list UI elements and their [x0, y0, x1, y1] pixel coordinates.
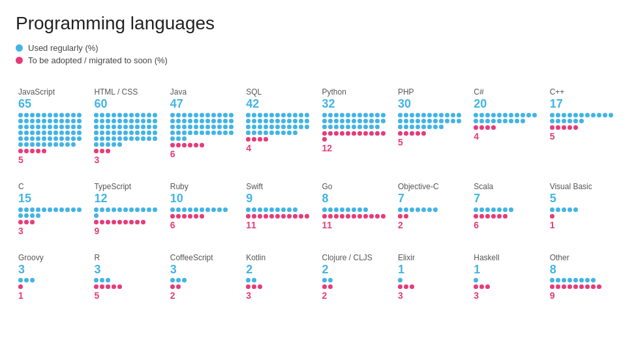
dot-blue-dot: [65, 136, 70, 141]
dots-dot-pink: [170, 214, 235, 219]
lang-block-java: Java476: [168, 83, 241, 172]
dot-pink-dot: [375, 214, 380, 219]
dot-pink-dot: [322, 284, 327, 289]
dot-blue-dot: [36, 207, 40, 212]
pink-count: 6: [170, 220, 238, 230]
dot-blue-dot: [479, 119, 484, 123]
dot-blue-dot: [562, 119, 566, 123]
dot-pink-dot: [117, 220, 122, 224]
dot-pink-dot: [129, 220, 134, 224]
lang-block-php: PHP305: [395, 83, 468, 172]
blue-count: 1: [398, 264, 466, 277]
lang-block-haskell: Haskell13: [471, 249, 544, 308]
dot-blue-dot: [94, 278, 98, 282]
dot-blue-dot: [194, 119, 198, 123]
dot-blue-dot: [479, 113, 484, 117]
dot-blue-dot: [112, 119, 116, 123]
dot-blue-dot: [352, 207, 356, 212]
blue-dot-icon: [16, 44, 23, 52]
dot-pink-dot: [340, 214, 344, 219]
dot-blue-dot: [42, 125, 46, 129]
dot-pink-dot: [200, 143, 204, 147]
dot-pink-dot: [18, 284, 23, 289]
dot-blue-dot: [176, 113, 181, 117]
pink-count: 5: [398, 137, 466, 147]
dot-blue-dot: [573, 207, 578, 212]
dot-blue-dot: [53, 113, 58, 117]
dots-dot-pink: [474, 214, 539, 219]
dot-blue-dot: [36, 119, 40, 123]
dot-blue-dot: [357, 125, 362, 129]
lang-name: Python: [322, 87, 390, 97]
dot-blue-dot: [36, 130, 40, 135]
dot-blue-dot: [18, 125, 23, 129]
dots-dot-blue: [322, 113, 387, 129]
dot-blue-dot: [509, 119, 513, 123]
dot-blue-dot: [123, 119, 128, 123]
dot-blue-dot: [421, 207, 426, 212]
dot-blue-dot: [252, 207, 256, 212]
dot-blue-dot: [129, 113, 134, 117]
dot-blue-dot: [94, 119, 98, 123]
dot-blue-dot: [246, 119, 250, 123]
pink-count: 3: [474, 290, 541, 301]
dot-blue-dot: [275, 130, 280, 135]
blue-count: 30: [398, 98, 466, 111]
dot-blue-dot: [200, 130, 204, 135]
dot-blue-dot: [404, 207, 408, 212]
dot-pink-dot: [474, 214, 478, 219]
dot-pink-dot: [474, 284, 478, 289]
dots-dot-pink: [474, 125, 539, 130]
dot-blue-dot: [258, 130, 262, 135]
dot-blue-dot: [141, 207, 145, 212]
dot-blue-dot: [153, 125, 157, 129]
dot-blue-dot: [147, 136, 151, 141]
row-spacer: [16, 172, 620, 178]
dot-blue-dot: [18, 119, 23, 123]
dot-blue-dot: [188, 125, 192, 129]
dot-pink-dot: [479, 284, 484, 289]
dot-blue-dot: [205, 125, 210, 129]
row-spacer: [16, 243, 620, 249]
dot-pink-dot: [258, 284, 262, 289]
dot-pink-dot: [381, 131, 386, 136]
dot-blue-dot: [176, 130, 181, 135]
dot-blue-dot: [305, 113, 309, 117]
dot-blue-dot: [65, 130, 70, 135]
dot-pink-dot: [252, 284, 256, 289]
lang-block-groovy: Groovy31: [16, 249, 89, 308]
dot-pink-dot: [18, 220, 23, 224]
dot-blue-dot: [129, 136, 134, 141]
dot-blue-dot: [24, 207, 29, 212]
dot-blue-dot: [94, 136, 98, 141]
dot-blue-dot: [281, 130, 286, 135]
dot-blue-dot: [48, 130, 52, 135]
dot-blue-dot: [48, 113, 52, 117]
dot-blue-dot: [363, 207, 368, 212]
dot-blue-dot: [269, 119, 274, 123]
dot-pink-dot: [106, 149, 110, 153]
lang-block-sql: SQL424: [243, 83, 316, 172]
blue-count: 7: [398, 192, 466, 205]
legend-pink-label: To be adopted / migrated to soon (%): [28, 55, 168, 65]
dot-blue-dot: [252, 119, 256, 123]
lang-name: C: [18, 182, 86, 191]
dot-blue-dot: [474, 119, 478, 123]
pink-count: 3: [246, 290, 314, 301]
dot-blue-dot: [568, 278, 572, 282]
dot-blue-dot: [427, 207, 432, 212]
blue-count: 42: [246, 98, 314, 111]
dot-blue-dot: [556, 113, 560, 117]
dot-pink-dot: [188, 143, 192, 147]
dots-dot-blue: [170, 278, 235, 282]
dot-blue-dot: [59, 119, 64, 123]
dot-blue-dot: [340, 125, 344, 129]
dot-blue-dot: [334, 125, 339, 129]
dots-dot-blue: [246, 113, 311, 135]
dot-blue-dot: [129, 125, 134, 129]
dot-blue-dot: [445, 113, 449, 117]
dots-dot-pink: [550, 214, 615, 219]
dots-dot-pink: [170, 143, 235, 147]
pink-count: 6: [474, 220, 541, 230]
lang-block-elixir: Elixir13: [395, 249, 468, 308]
